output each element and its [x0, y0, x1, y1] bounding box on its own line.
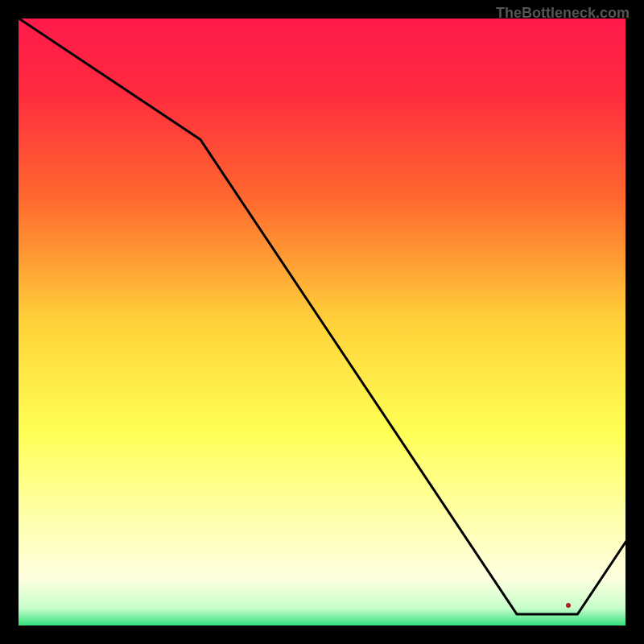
chart-svg	[0, 0, 644, 644]
watermark-text: TheBottleneck.com	[496, 5, 630, 22]
chart-container: TheBottleneck.com	[0, 0, 644, 644]
annotation-dot	[566, 603, 571, 608]
